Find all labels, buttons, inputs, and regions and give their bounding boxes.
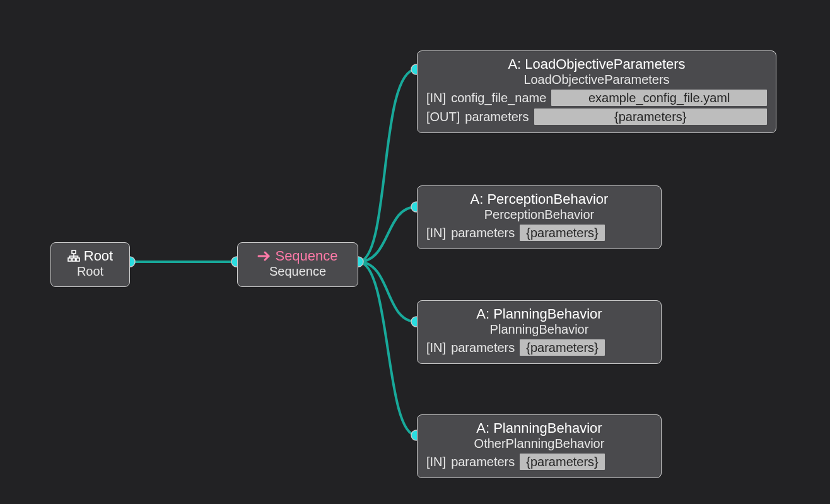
port-row: [IN] config_file_name example_config_fil… (426, 90, 767, 106)
port-dir: [IN] (426, 226, 446, 240)
node-planning-1-title: PlanningBehavior (493, 306, 602, 322)
action-prefix: A: (508, 56, 521, 73)
port-key: parameters (451, 226, 515, 240)
node-planning-1-subtitle: PlanningBehavior (426, 322, 652, 337)
node-perception-title: PerceptionBehavior (487, 191, 608, 208)
svg-rect-1 (68, 258, 71, 261)
svg-rect-0 (72, 250, 76, 254)
edge-sequence-perception (358, 207, 416, 262)
node-load-objective[interactable]: A: LoadObjectiveParameters LoadObjective… (417, 50, 776, 133)
node-sequence[interactable]: Sequence Sequence (237, 242, 358, 287)
port-dir: [IN] (426, 455, 446, 469)
node-root-header: Root (60, 248, 120, 264)
node-perception[interactable]: A: PerceptionBehavior PerceptionBehavior… (417, 185, 662, 249)
node-load-objective-subtitle: LoadObjectiveParameters (426, 73, 767, 87)
port-key: parameters (451, 341, 515, 355)
port-dir: [OUT] (426, 110, 460, 124)
port-value-input[interactable]: {parameters} (520, 225, 605, 241)
node-root-title: Root (84, 248, 113, 264)
node-planning-2-title: PlanningBehavior (493, 420, 602, 437)
node-sequence-title: Sequence (275, 248, 337, 264)
port-key: parameters (451, 455, 515, 469)
port-row: [IN] parameters {parameters} (426, 339, 652, 356)
action-prefix: A: (471, 191, 484, 208)
edge-sequence-planning2 (358, 262, 416, 435)
node-sequence-subtitle: Sequence (247, 264, 349, 279)
action-prefix: A: (476, 420, 489, 437)
edge-sequence-loadobjective (358, 69, 416, 262)
port-key: config_file_name (451, 91, 546, 105)
node-load-objective-title: LoadObjectiveParameters (525, 56, 685, 73)
graph-canvas[interactable]: Root Root Sequence Sequence A: LoadObjec… (0, 0, 830, 504)
node-sequence-header: Sequence (247, 248, 349, 264)
node-perception-header: A: PerceptionBehavior (426, 191, 652, 208)
port-value-input[interactable]: {parameters} (534, 108, 768, 125)
svg-rect-2 (72, 258, 75, 261)
port-row: [IN] parameters {parameters} (426, 454, 652, 470)
node-planning-2-subtitle: OtherPlanningBehavior (426, 437, 652, 451)
node-root-subtitle: Root (60, 264, 120, 279)
port-key: parameters (465, 110, 529, 124)
node-planning-1-header: A: PlanningBehavior (426, 306, 652, 322)
node-planning-2[interactable]: A: PlanningBehavior OtherPlanningBehavio… (417, 414, 662, 478)
edge-sequence-planning1 (358, 262, 416, 322)
port-row: [OUT] parameters {parameters} (426, 108, 767, 125)
node-load-objective-header: A: LoadObjectiveParameters (426, 56, 767, 73)
node-root[interactable]: Root Root (50, 242, 130, 287)
port-value-input[interactable]: {parameters} (520, 339, 605, 356)
arrow-right-icon (257, 250, 271, 262)
port-row: [IN] parameters {parameters} (426, 225, 652, 241)
node-perception-subtitle: PerceptionBehavior (426, 208, 652, 222)
port-value-input[interactable]: {parameters} (520, 454, 605, 470)
port-dir: [IN] (426, 341, 446, 355)
tree-icon (67, 250, 80, 262)
port-value-input[interactable]: example_config_file.yaml (551, 90, 767, 106)
action-prefix: A: (476, 306, 489, 322)
svg-rect-3 (76, 258, 79, 261)
port-dir: [IN] (426, 91, 446, 105)
node-planning-2-header: A: PlanningBehavior (426, 420, 652, 437)
node-planning-1[interactable]: A: PlanningBehavior PlanningBehavior [IN… (417, 300, 662, 364)
